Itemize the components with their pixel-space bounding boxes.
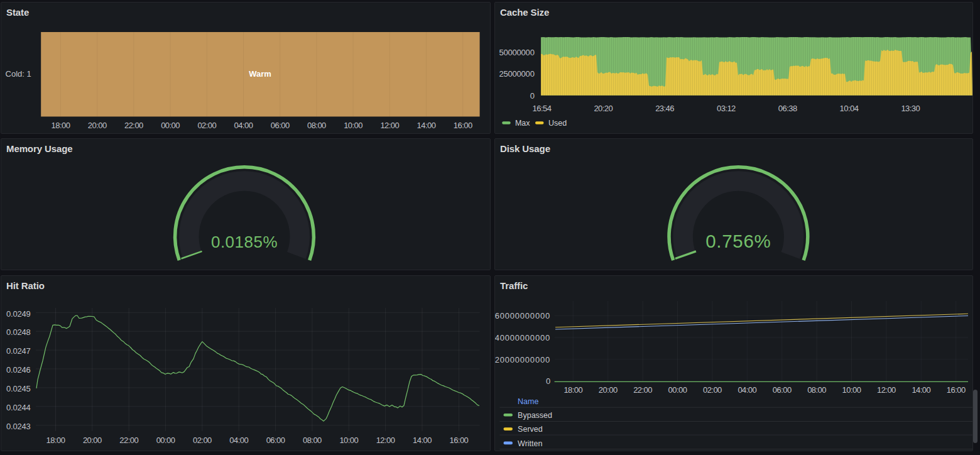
svg-text:10:00: 10:00 — [344, 121, 362, 130]
svg-text:16:00: 16:00 — [450, 436, 469, 445]
svg-text:10:00: 10:00 — [339, 436, 358, 445]
svg-text:Cold: 1: Cold: 1 — [6, 69, 31, 79]
svg-text:20000000000: 20000000000 — [495, 355, 550, 365]
svg-text:08:00: 08:00 — [807, 385, 826, 395]
svg-text:Served: Served — [518, 425, 543, 434]
svg-text:12:00: 12:00 — [380, 121, 399, 130]
svg-text:06:38: 06:38 — [778, 104, 797, 113]
svg-text:06:00: 06:00 — [266, 436, 285, 445]
svg-text:04:00: 04:00 — [229, 436, 248, 445]
svg-text:Written: Written — [518, 439, 542, 448]
svg-text:18:00: 18:00 — [564, 385, 582, 395]
svg-text:0.0185%: 0.0185% — [211, 233, 278, 251]
svg-text:13:30: 13:30 — [901, 104, 920, 113]
svg-text:Bypassed: Bypassed — [518, 411, 552, 420]
svg-text:0.0249: 0.0249 — [6, 309, 31, 319]
svg-text:Warm: Warm — [249, 69, 271, 79]
svg-text:0.0243: 0.0243 — [6, 422, 31, 431]
svg-text:06:00: 06:00 — [271, 121, 290, 130]
svg-text:02:00: 02:00 — [197, 121, 216, 130]
svg-text:04:00: 04:00 — [738, 385, 756, 395]
svg-text:22:00: 22:00 — [119, 436, 138, 445]
svg-text:0.0248: 0.0248 — [6, 327, 31, 337]
svg-text:Used: Used — [548, 119, 567, 128]
svg-text:0: 0 — [530, 91, 535, 101]
svg-text:16:00: 16:00 — [454, 121, 472, 130]
svg-text:16:54: 16:54 — [533, 104, 552, 113]
svg-text:02:00: 02:00 — [193, 436, 212, 445]
svg-text:03:12: 03:12 — [717, 104, 736, 113]
svg-text:00:00: 00:00 — [161, 121, 180, 130]
svg-text:00:00: 00:00 — [156, 436, 175, 445]
svg-text:08:00: 08:00 — [303, 436, 322, 445]
svg-text:0.756%: 0.756% — [705, 231, 771, 251]
svg-text:0.0247: 0.0247 — [6, 346, 31, 356]
svg-text:23:46: 23:46 — [655, 104, 674, 113]
svg-text:20:00: 20:00 — [88, 121, 107, 130]
svg-text:60000000000: 60000000000 — [495, 311, 550, 321]
svg-text:12:00: 12:00 — [376, 436, 395, 445]
svg-text:06:00: 06:00 — [773, 385, 792, 395]
svg-text:14:00: 14:00 — [413, 436, 432, 445]
svg-text:20:00: 20:00 — [83, 436, 102, 445]
svg-text:0.0244: 0.0244 — [6, 403, 31, 412]
svg-text:20:20: 20:20 — [594, 104, 612, 113]
svg-text:Name: Name — [518, 397, 538, 406]
svg-text:0: 0 — [546, 376, 550, 386]
svg-text:16:00: 16:00 — [947, 385, 966, 395]
svg-text:20:00: 20:00 — [599, 385, 618, 395]
svg-text:08:00: 08:00 — [307, 121, 326, 130]
svg-text:02:00: 02:00 — [703, 385, 722, 395]
svg-text:50000000: 50000000 — [499, 48, 534, 57]
svg-text:10:04: 10:04 — [840, 104, 859, 113]
svg-text:18:00: 18:00 — [52, 121, 70, 130]
svg-text:22:00: 22:00 — [124, 121, 143, 130]
svg-text:04:00: 04:00 — [234, 121, 253, 130]
svg-text:14:00: 14:00 — [912, 385, 930, 395]
svg-text:18:00: 18:00 — [46, 436, 65, 445]
svg-text:12:00: 12:00 — [877, 385, 896, 395]
svg-text:40000000000: 40000000000 — [495, 333, 550, 343]
svg-text:25000000: 25000000 — [499, 69, 534, 79]
svg-text:0.0246: 0.0246 — [6, 365, 31, 375]
svg-text:0.0245: 0.0245 — [6, 384, 31, 393]
svg-text:00:00: 00:00 — [668, 385, 687, 395]
svg-text:14:00: 14:00 — [417, 121, 436, 130]
svg-text:Max: Max — [515, 119, 530, 128]
svg-text:10:00: 10:00 — [842, 385, 861, 395]
svg-text:22:00: 22:00 — [633, 385, 652, 395]
